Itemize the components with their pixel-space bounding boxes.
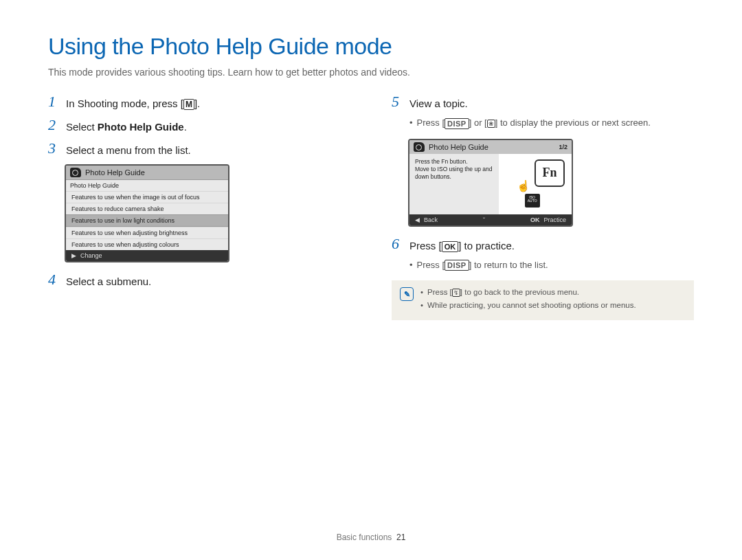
step-1-text: In Shooting mode, press [M]. xyxy=(66,94,200,111)
step-4-text: Select a submenu. xyxy=(66,272,151,289)
left-column: 1 In Shooting mode, press [M]. 2 Select … xyxy=(48,94,330,320)
guide-icon xyxy=(70,168,81,177)
lcd1-subtitle: Photo Help Guide xyxy=(66,180,228,191)
step-number-4: 4 xyxy=(48,272,60,287)
m-key: M xyxy=(183,99,194,110)
page-title: Using the Photo Help Guide mode xyxy=(48,33,694,60)
step-number-2: 2 xyxy=(48,117,60,133)
lcd2-illustration: Fn ☝ ISO AUTO xyxy=(499,154,572,214)
step-5-text: View a topic. xyxy=(409,94,468,111)
guide-icon xyxy=(414,142,425,152)
flash-icon: ↯ xyxy=(452,289,460,297)
lcd1-footer: ▶ Change xyxy=(66,250,228,261)
disp-key: DISP xyxy=(445,260,469,271)
menu-row: Features to use when the image is out of… xyxy=(66,191,228,203)
page-footer: Basic functions 21 xyxy=(0,533,742,542)
note-item: Press [↯] to go back to the previous men… xyxy=(420,287,636,298)
menu-row: Features to use when adjusting colours xyxy=(66,238,228,250)
lcd1-header-label: Photo Help Guide xyxy=(85,168,145,177)
note-item: While practicing, you cannot set shootin… xyxy=(420,300,636,311)
lcd-topic-screen: Photo Help Guide 1/2 Press the Fn button… xyxy=(408,139,573,227)
note-box: ✎ Press [↯] to go back to the previous m… xyxy=(392,280,694,320)
menu-row-selected: Features to use in low light conditions xyxy=(66,214,228,227)
lcd2-header: Photo Help Guide 1/2 xyxy=(409,140,572,154)
note-icon: ✎ xyxy=(400,287,414,301)
right-column: 5 View a topic. Press [DISP] or [❀] to d… xyxy=(392,94,694,320)
lcd1-header: Photo Help Guide xyxy=(66,166,228,180)
iso-icon: ISO AUTO xyxy=(525,194,540,208)
ok-key: OK xyxy=(442,241,459,252)
pointer-icon: ☝ xyxy=(517,179,530,192)
right-arrow-icon: ▶ xyxy=(71,252,76,259)
practice-label: Practice xyxy=(543,216,566,223)
menu-row: Features to reduce camera shake xyxy=(66,203,228,214)
step-5-bullet: Press [DISP] or [❀] to display the previ… xyxy=(409,117,694,129)
ok-label-mini: OK xyxy=(530,216,540,223)
step-number-1: 1 xyxy=(48,94,60,109)
step-6-text: Press [OK] to practice. xyxy=(409,236,515,253)
step-3-text: Select a menu from the list. xyxy=(66,141,191,157)
footer-section: Basic functions xyxy=(337,533,392,542)
step-6-bullet: Press [DISP] to return to the list. xyxy=(409,260,694,271)
step-2-text: Select Photo Help Guide. xyxy=(66,117,187,134)
macro-icon: ❀ xyxy=(487,120,495,128)
step-number-5: 5 xyxy=(392,94,404,109)
step-number-3: 3 xyxy=(48,141,60,156)
lcd-menu-screen: Photo Help Guide Photo Help Guide Featur… xyxy=(65,164,229,262)
disp-key: DISP xyxy=(445,118,469,129)
page-counter: 1/2 xyxy=(559,144,567,150)
lcd1-footer-label: Change xyxy=(80,252,102,259)
menu-row: Features to use when adjusting brightnes… xyxy=(66,227,228,238)
footer-page-number: 21 xyxy=(396,533,405,542)
lcd2-footer: ◀ Back ˇ OK Practice xyxy=(409,214,572,225)
step-number-6: 6 xyxy=(392,236,404,251)
down-caret-icon: ˇ xyxy=(442,216,526,223)
back-label: Back xyxy=(424,216,438,223)
left-arrow-icon: ◀ xyxy=(415,216,420,223)
lcd2-header-label: Photo Help Guide xyxy=(429,143,488,151)
fn-button-icon: Fn xyxy=(535,159,565,187)
page-subtitle: This mode provides various shooting tips… xyxy=(48,67,694,78)
lcd2-body-text: Press the Fn button. Move to ISO using t… xyxy=(409,154,499,214)
